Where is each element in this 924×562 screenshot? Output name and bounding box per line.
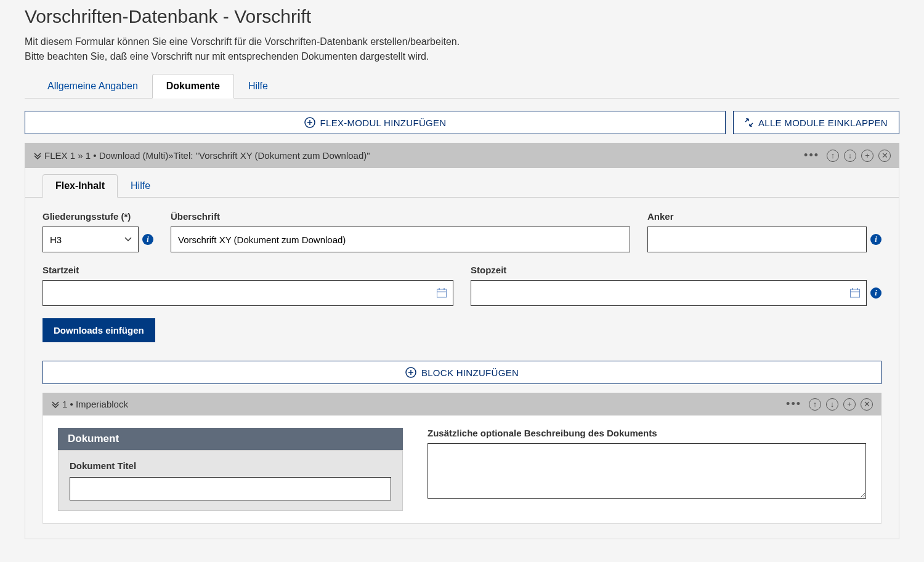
sub-block-header: 1 • Imperiablock ••• ↑ ↓ + ✕ bbox=[43, 393, 881, 415]
desc-line-2: Bitte beachten Sie, daß eine Vorschrift … bbox=[25, 51, 429, 62]
tab-allgemeine-angaben[interactable]: Allgemeine Angaben bbox=[33, 74, 152, 98]
info-icon[interactable]: i bbox=[142, 234, 153, 245]
collapse-all-label: ALLE MODULE EINKLAPPEN bbox=[758, 118, 888, 128]
move-down-icon[interactable]: ↓ bbox=[826, 398, 838, 411]
plus-circle-icon bbox=[405, 367, 416, 378]
ueberschrift-label: Überschrift bbox=[171, 211, 630, 222]
zusaetzliche-beschreibung-textarea[interactable] bbox=[428, 443, 866, 499]
move-up-icon[interactable]: ↑ bbox=[809, 398, 821, 411]
page-description: Mit diesem Formular können Sie eine Vors… bbox=[25, 34, 899, 64]
double-chevron-down-icon[interactable] bbox=[51, 400, 60, 409]
sub-block-header-text: 1 • Imperiablock bbox=[62, 399, 128, 409]
collapse-icon bbox=[745, 118, 753, 127]
svg-rect-7 bbox=[851, 289, 860, 297]
dokument-titel-label: Dokument Titel bbox=[70, 460, 391, 471]
add-icon[interactable]: + bbox=[861, 150, 873, 162]
desc-line-1: Mit diesem Formular können Sie eine Vors… bbox=[25, 36, 460, 47]
plus-circle-icon bbox=[304, 117, 315, 128]
info-icon[interactable]: i bbox=[870, 287, 881, 299]
startzeit-input[interactable] bbox=[43, 280, 453, 306]
stopzeit-input[interactable] bbox=[471, 280, 867, 306]
double-chevron-down-icon[interactable] bbox=[33, 151, 42, 160]
dokument-panel-header: Dokument bbox=[58, 428, 403, 450]
block-add-label: BLOCK HINZUFÜGEN bbox=[421, 367, 519, 378]
move-down-icon[interactable]: ↓ bbox=[844, 150, 856, 162]
flex-modul-hinzufuegen-button[interactable]: FLEX-MODUL HINZUFÜGEN bbox=[25, 111, 726, 134]
tab-inner-hilfe[interactable]: Hilfe bbox=[118, 174, 163, 197]
ueberschrift-input[interactable] bbox=[171, 227, 630, 252]
gliederungsstufe-select[interactable]: H3 bbox=[43, 227, 139, 252]
more-options-icon[interactable]: ••• bbox=[784, 398, 804, 411]
more-options-icon[interactable]: ••• bbox=[801, 149, 822, 162]
delete-icon[interactable]: ✕ bbox=[878, 150, 891, 162]
zusaetzliche-beschreibung-label: Zusätzliche optionale Beschreibung des D… bbox=[428, 428, 866, 438]
calendar-icon[interactable] bbox=[436, 287, 447, 299]
tab-hilfe[interactable]: Hilfe bbox=[234, 74, 282, 98]
alle-module-einklappen-button[interactable]: ALLE MODULE EINKLAPPEN bbox=[733, 111, 899, 134]
svg-rect-3 bbox=[437, 289, 447, 297]
anker-input[interactable] bbox=[647, 227, 867, 252]
flex-module-header: FLEX 1 » 1 • Download (Multi)»Titel: "Vo… bbox=[25, 143, 899, 168]
gliederungsstufe-label: Gliederungsstufe (*) bbox=[43, 211, 153, 222]
tab-flex-inhalt[interactable]: Flex-Inhalt bbox=[43, 174, 118, 198]
startzeit-label: Startzeit bbox=[43, 265, 453, 275]
info-icon[interactable]: i bbox=[870, 234, 881, 245]
tab-dokumente[interactable]: Dokumente bbox=[152, 74, 234, 98]
flex-header-text: FLEX 1 » 1 • Download (Multi)»Titel: "Vo… bbox=[44, 150, 370, 161]
delete-icon[interactable]: ✕ bbox=[861, 398, 873, 411]
stopzeit-label: Stopzeit bbox=[471, 265, 881, 275]
top-tabs: Allgemeine Angaben Dokumente Hilfe bbox=[25, 74, 899, 98]
calendar-icon[interactable] bbox=[849, 287, 861, 299]
inner-tabs: Flex-Inhalt Hilfe bbox=[25, 168, 899, 198]
downloads-einfuegen-button[interactable]: Downloads einfügen bbox=[43, 318, 155, 342]
add-icon[interactable]: + bbox=[843, 398, 856, 411]
dokument-titel-input[interactable] bbox=[70, 477, 391, 500]
anker-label: Anker bbox=[647, 211, 881, 222]
move-up-icon[interactable]: ↑ bbox=[827, 150, 839, 162]
page-title: Vorschriften-Datenbank - Vorschrift bbox=[25, 6, 899, 27]
flex-add-label: FLEX-MODUL HINZUFÜGEN bbox=[320, 118, 447, 128]
block-hinzufuegen-button[interactable]: BLOCK HINZUFÜGEN bbox=[43, 361, 881, 384]
